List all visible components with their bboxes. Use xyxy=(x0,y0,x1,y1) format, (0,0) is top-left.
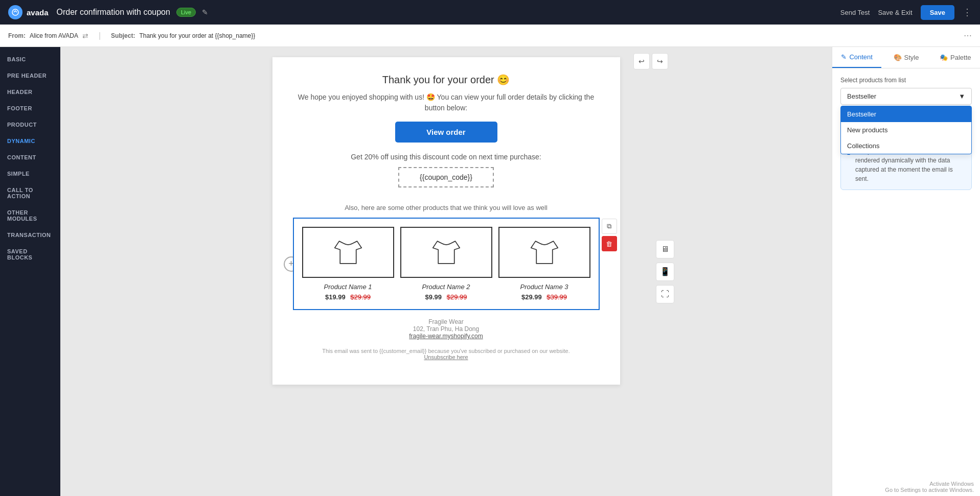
products-block[interactable]: Product Name 1 $19.99 $29.99 xyxy=(293,218,600,310)
sidebar-item-header[interactable]: HEADER xyxy=(0,84,60,100)
product-image-2 xyxy=(400,227,492,278)
email-container: Thank you for your order 😊 We hope you e… xyxy=(272,57,620,385)
tab-palette[interactable]: 🎭 Palette xyxy=(931,47,980,68)
product-price-1: $19.99 xyxy=(325,293,346,301)
palette-tab-icon: 🎭 xyxy=(940,54,948,61)
coupon-code: {{coupon_code}} xyxy=(398,167,494,187)
subject-label: Subject: xyxy=(111,32,135,39)
product-image-3 xyxy=(498,227,590,278)
panel-content: Select products from list Bestseller ▼ B… xyxy=(832,68,980,198)
dropdown-option-collections[interactable]: Collections xyxy=(841,138,971,154)
canvas-top-actions: ↩ ↪ xyxy=(633,53,668,69)
mobile-view-button[interactable]: 📱 xyxy=(656,263,674,281)
logo-icon xyxy=(8,5,22,19)
sidebar-item-pre-header[interactable]: PRE HEADER xyxy=(0,67,60,84)
subbar: From: Alice from AVADA ⇄ | Subject: Than… xyxy=(0,25,980,47)
tab-style[interactable]: 🎨 Style xyxy=(881,47,930,68)
thank-you-text: Thank you for your order 😊 xyxy=(293,74,600,86)
dropdown-option-bestseller[interactable]: Bestseller xyxy=(841,106,971,122)
select-products-label: Select products from list xyxy=(840,77,972,84)
sidebar-item-call-to-action[interactable]: CALL TO ACTION xyxy=(0,182,60,204)
footer-address: 102, Tran Phu, Ha Dong xyxy=(301,325,591,333)
sidebar-item-simple[interactable]: SIMPLE xyxy=(0,166,60,182)
footer-company: Fragile Wear xyxy=(301,318,591,325)
swap-icon[interactable]: ⇄ xyxy=(82,32,88,40)
email-footnote: This email was sent to {{customer_email}… xyxy=(293,348,600,368)
products-section: + Product Name 1 $19.99 xyxy=(293,218,600,310)
dropdown-trigger[interactable]: Bestseller ▼ xyxy=(840,88,972,105)
footnote-text: This email was sent to {{customer_email}… xyxy=(322,348,570,354)
email-body: Thank you for your order 😊 We hope you e… xyxy=(272,57,620,385)
redo-button[interactable]: ↪ xyxy=(652,53,668,69)
product-item-3: Product Name 3 $29.99 $39.99 xyxy=(498,227,590,301)
block-actions: ⧉ 🗑 xyxy=(602,219,617,251)
topbar: avada Order confirmation with coupon Liv… xyxy=(0,0,980,25)
activate-windows-line2: Go to Settings to activate Windows. xyxy=(885,487,974,493)
subject-value: Thank you for your order at {{shop_name}… xyxy=(139,32,255,39)
save-button[interactable]: Save xyxy=(921,5,954,20)
sidebar-item-basic[interactable]: BASIC xyxy=(0,51,60,67)
delete-block-button[interactable]: 🗑 xyxy=(602,236,617,251)
unsubscribe-link[interactable]: Unsubscribe here xyxy=(424,354,468,360)
from-label: From: xyxy=(8,32,26,39)
save-exit-button[interactable]: Save & Exit xyxy=(878,9,912,16)
main-layout: BASIC PRE HEADER HEADER FOOTER PRODUCT D… xyxy=(0,47,980,496)
product-prices-3: $29.99 $39.99 xyxy=(498,293,590,301)
sidebar-item-content[interactable]: CONTENT xyxy=(0,149,60,166)
product-original-price-3: $39.99 xyxy=(546,293,567,301)
product-original-price-2: $29.99 xyxy=(447,293,467,301)
sidebar-item-product[interactable]: PRODUCT xyxy=(0,116,60,133)
product-name-1: Product Name 1 xyxy=(302,283,394,291)
activate-windows-notice: Activate Windows Go to Settings to activ… xyxy=(879,478,980,496)
sidebar-item-other-modules[interactable]: OTHER MODULES xyxy=(0,204,60,227)
product-name-3: Product Name 3 xyxy=(498,283,590,291)
discount-text: Get 20% off using this discount code on … xyxy=(293,153,600,161)
product-prices-2: $9.99 $29.99 xyxy=(400,293,492,301)
style-tab-icon: 🎨 xyxy=(894,54,902,61)
logo-text: avada xyxy=(27,8,49,17)
dropdown-selected-value: Bestseller xyxy=(847,92,876,100)
product-name-2: Product Name 2 xyxy=(400,283,492,291)
discount-section: Get 20% off using this discount code on … xyxy=(293,153,600,194)
product-list-dropdown[interactable]: Bestseller ▼ Bestseller New products Col… xyxy=(840,88,972,105)
fullscreen-button[interactable]: ⛶ xyxy=(656,285,674,303)
view-controls: 🖥 📱 ⛶ xyxy=(656,240,674,303)
footer-website[interactable]: fragile-wear.myshopify.com xyxy=(409,333,483,340)
page-title: Order confirmation with coupon xyxy=(57,8,170,17)
sidebar-item-footer[interactable]: FOOTER xyxy=(0,100,60,116)
copy-block-button[interactable]: ⧉ xyxy=(602,219,617,234)
desktop-view-button[interactable]: 🖥 xyxy=(656,240,674,258)
edit-icon[interactable]: ✎ xyxy=(202,8,208,16)
sidebar-item-dynamic[interactable]: DYNAMIC xyxy=(0,133,60,149)
from-value: Alice from AVADA xyxy=(30,32,78,39)
product-item-2: Product Name 2 $9.99 $29.99 xyxy=(400,227,492,301)
topbar-actions: Send Test Save & Exit Save ⋮ xyxy=(840,5,972,20)
undo-button[interactable]: ↩ xyxy=(633,53,650,69)
product-item-1: Product Name 1 $19.99 $29.99 xyxy=(302,227,394,301)
sidebar: BASIC PRE HEADER HEADER FOOTER PRODUCT D… xyxy=(0,47,60,496)
send-test-button[interactable]: Send Test xyxy=(840,9,870,16)
logo: avada xyxy=(8,5,49,19)
content-tab-icon: ✎ xyxy=(841,53,847,61)
sidebar-item-saved-blocks[interactable]: SAVED BLOCKS xyxy=(0,243,60,266)
more-options-button[interactable]: ⋮ xyxy=(963,7,972,18)
product-price-3: $29.99 xyxy=(521,293,542,301)
tab-content[interactable]: ✎ Content xyxy=(832,47,881,68)
right-panel: ✎ Content 🎨 Style 🎭 Palette Select produ… xyxy=(832,47,980,496)
product-image-1 xyxy=(302,227,394,278)
product-original-price-1: $29.99 xyxy=(350,293,371,301)
product-price-2: $9.99 xyxy=(425,293,442,301)
svg-point-0 xyxy=(12,9,18,15)
style-tab-label: Style xyxy=(904,54,919,61)
also-text: Also, here are some other products that … xyxy=(293,204,600,211)
activate-windows-line1: Activate Windows xyxy=(885,481,974,487)
content-tab-label: Content xyxy=(849,53,873,61)
view-order-button[interactable]: View order xyxy=(395,122,497,143)
dropdown-menu: Bestseller New products Collections xyxy=(840,106,972,154)
palette-tab-label: Palette xyxy=(950,54,971,61)
panel-tabs: ✎ Content 🎨 Style 🎭 Palette xyxy=(832,47,980,68)
canvas-area: ↩ ↪ Thank you for your order 😊 We hope y… xyxy=(60,47,832,496)
subbar-more-button[interactable]: ⋯ xyxy=(964,31,972,40)
dropdown-option-new-products[interactable]: New products xyxy=(841,122,971,138)
sidebar-item-transaction[interactable]: TRANSACTION xyxy=(0,227,60,243)
